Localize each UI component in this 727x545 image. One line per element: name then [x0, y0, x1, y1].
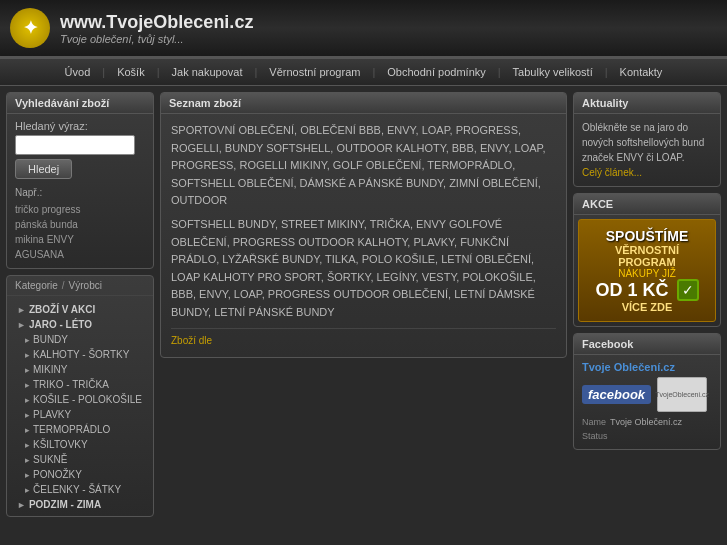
cat-celenky[interactable]: ▸ ČELENKY - ŠÁTKY — [13, 482, 147, 497]
arrow-icon: ▸ — [25, 440, 30, 450]
nav-vernostni[interactable]: Věrnostní program — [261, 62, 368, 82]
arrow-icon: ▸ — [25, 350, 30, 360]
facebook-content: Tvoje Oblečení.cz facebook TvojeObleceni… — [574, 355, 720, 449]
fb-page-name[interactable]: Tvoje Oblečení.cz — [582, 361, 712, 373]
fb-name-value: Tvoje Oblečení.cz — [610, 416, 682, 430]
cat-termopradlo[interactable]: ▸ TERMOPRÁDLO — [13, 422, 147, 437]
akce-price: OD 1 KČ — [595, 280, 668, 301]
left-sidebar: Vyhledávání zboží Hledaný výraz: Hledej … — [6, 92, 154, 540]
cat-ponozky[interactable]: ▸ PONOŽKY — [13, 467, 147, 482]
aktuality-box: Aktuality Oblékněte se na jaro do nových… — [573, 92, 721, 187]
next-section-label: Zboží dle — [171, 328, 556, 349]
cat-bundy[interactable]: ▸ BUNDY — [13, 332, 147, 347]
nav-obchodni[interactable]: Obchodní podmínky — [379, 62, 493, 82]
site-subtitle: Tvoje oblečení, tvůj styl... — [60, 33, 253, 45]
fb-name-row: Name Tvoje Oblečení.cz — [582, 416, 712, 430]
main-layout: Vyhledávání zboží Hledaný výraz: Hledej … — [0, 86, 727, 545]
product-paragraph-2: SOFTSHELL BUNDY, STREET MIKINY, TRIČKA, … — [171, 216, 556, 322]
breadcrumb-category[interactable]: Kategorie — [15, 280, 58, 291]
arrow-icon: ▸ — [25, 380, 30, 390]
cat-podzim-zima[interactable]: ► PODZIM - ZIMA — [13, 497, 147, 512]
nav-kontakty[interactable]: Kontakty — [612, 62, 671, 82]
search-label: Hledaný výraz: — [15, 120, 145, 132]
example-3: mikina ENVY — [15, 232, 145, 247]
arrow-icon: ▸ — [25, 335, 30, 345]
categories-box: Kategorie / Výrobci ► ZBOŽÍ V AKCI ► JAR… — [6, 275, 154, 517]
cat-triko[interactable]: ▸ TRIKO - TRIČKA — [13, 377, 147, 392]
arrow-icon: ▸ — [25, 410, 30, 420]
breadcrumb-manufacturer[interactable]: Výrobci — [69, 280, 102, 291]
product-list-body: SPORTOVNÍ OBLEČENÍ, OBLEČENÍ BBB, ENVY, … — [161, 114, 566, 357]
cat-label: PODZIM - ZIMA — [29, 499, 101, 510]
nav-uvod[interactable]: Úvod — [57, 62, 99, 82]
nav-jak-nakupovat[interactable]: Jak nakupovat — [164, 62, 251, 82]
search-input[interactable] — [15, 135, 135, 155]
search-examples: Např.: tričko progress pánská bunda miki… — [15, 185, 145, 262]
arrow-icon: ► — [17, 500, 26, 510]
cat-label: KŠILTOVKY — [33, 439, 88, 450]
arrow-icon: ► — [17, 320, 26, 330]
facebook-title: Facebook — [574, 334, 720, 355]
site-title: www.TvojeObleceni.cz — [60, 12, 253, 33]
akce-box: AKCE SPOUŠTÍME VĚRNOSTNÍ PROGRAM NÁKUPY … — [573, 193, 721, 327]
akce-more: VÍCE ZDE — [587, 301, 707, 313]
cat-sukne[interactable]: ▸ SUKNĚ — [13, 452, 147, 467]
breadcrumb-sep: / — [62, 280, 65, 291]
cat-label: TERMOPRÁDLO — [33, 424, 110, 435]
arrow-icon: ▸ — [25, 470, 30, 480]
example-1: tričko progress — [15, 202, 145, 217]
akce-line1: SPOUŠTÍME — [587, 228, 707, 244]
akce-banner[interactable]: SPOUŠTÍME VĚRNOSTNÍ PROGRAM NÁKUPY JIŽ O… — [578, 219, 716, 322]
facebook-logo: facebook — [582, 385, 651, 404]
fb-preview-image: TvojeObleceni.cz — [657, 377, 707, 412]
cat-kosile[interactable]: ▸ KOŠILE - POLOKOŠILE — [13, 392, 147, 407]
nav-kosik[interactable]: Košík — [109, 62, 153, 82]
header-text: www.TvojeObleceni.cz Tvoje oblečení, tvů… — [60, 12, 253, 45]
right-sidebar: Aktuality Oblékněte se na jaro do nových… — [573, 92, 721, 540]
search-box: Vyhledávání zboží Hledaný výraz: Hledej … — [6, 92, 154, 269]
navbar: Úvod | Košík | Jak nakupovat | Věrnostní… — [0, 58, 727, 86]
example-4: AGUSANA — [15, 247, 145, 262]
akce-line4: NÁKUPY JIŽ — [587, 268, 707, 279]
fb-preview-label: TvojeObleceni.cz — [655, 391, 709, 398]
akce-line3: PROGRAM — [587, 256, 707, 268]
aktuality-title: Aktuality — [574, 93, 720, 114]
cat-label: PONOŽKY — [33, 469, 82, 480]
product-list-box: Seznam zboží SPORTOVNÍ OBLEČENÍ, OBLEČEN… — [160, 92, 567, 358]
product-paragraph-1: SPORTOVNÍ OBLEČENÍ, OBLEČENÍ BBB, ENVY, … — [171, 122, 556, 210]
akce-line2: VĚRNOSTNÍ — [587, 244, 707, 256]
cat-mikiny[interactable]: ▸ MIKINY — [13, 362, 147, 377]
cat-label: KOŠILE - POLOKOŠILE — [33, 394, 142, 405]
cat-jaro-leto[interactable]: ► JARO - LÉTO — [13, 317, 147, 332]
cat-ksiltovky[interactable]: ▸ KŠILTOVKY — [13, 437, 147, 452]
arrow-icon: ▸ — [25, 395, 30, 405]
cat-zbozi-v-akci[interactable]: ► ZBOŽÍ V AKCI — [13, 302, 147, 317]
fb-details: Name Tvoje Oblečení.cz Status — [582, 416, 712, 443]
search-button[interactable]: Hledej — [15, 159, 72, 179]
nav-tabulky[interactable]: Tabulky velikostí — [505, 62, 601, 82]
logo-icon: ✦ — [10, 8, 50, 48]
center-content: Seznam zboží SPORTOVNÍ OBLEČENÍ, OBLEČEN… — [160, 92, 567, 540]
aktuality-link[interactable]: Celý článek... — [582, 167, 642, 178]
fb-status-row: Status — [582, 430, 712, 444]
cat-plavky[interactable]: ▸ PLAVKY — [13, 407, 147, 422]
arrow-icon: ▸ — [25, 455, 30, 465]
cat-label: PLAVKY — [33, 409, 71, 420]
cat-label: ČELENKY - ŠÁTKY — [33, 484, 121, 495]
category-list: ► ZBOŽÍ V AKCI ► JARO - LÉTO ▸ BUNDY ▸ K… — [7, 298, 153, 516]
akce-title: AKCE — [574, 194, 720, 215]
arrow-icon: ▸ — [25, 485, 30, 495]
search-box-content: Hledaný výraz: Hledej Např.: tričko prog… — [7, 114, 153, 268]
header: ✦ www.TvojeObleceni.cz Tvoje oblečení, t… — [0, 0, 727, 58]
cat-label: ZBOŽÍ V AKCI — [29, 304, 95, 315]
aktuality-content: Oblékněte se na jaro do nových softshell… — [574, 114, 720, 186]
fb-name-label: Name — [582, 416, 606, 430]
fb-status-label: Status — [582, 430, 608, 444]
cat-label: JARO - LÉTO — [29, 319, 92, 330]
cat-label: MIKINY — [33, 364, 67, 375]
cat-label: TRIKO - TRIČKA — [33, 379, 109, 390]
arrow-icon: ▸ — [25, 425, 30, 435]
akce-checkmark-icon: ✓ — [677, 279, 699, 301]
cat-label: SUKNĚ — [33, 454, 67, 465]
cat-kalhoty[interactable]: ▸ KALHOTY - ŠORTKY — [13, 347, 147, 362]
